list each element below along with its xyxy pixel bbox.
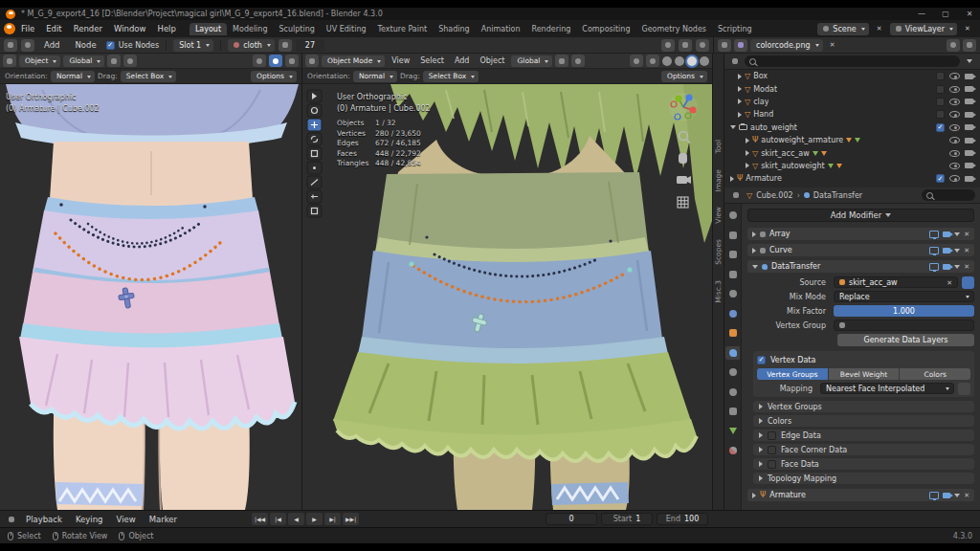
slot-selector[interactable]: Slot 1 bbox=[173, 39, 213, 52]
tab-view-layer[interactable] bbox=[725, 268, 740, 281]
outliner-row-collection[interactable]: auto_weight bbox=[724, 121, 980, 134]
hide-icon[interactable] bbox=[949, 137, 960, 143]
show-gizmo-icon[interactable] bbox=[253, 55, 266, 67]
mapping-dropdown[interactable]: Nearest Face Interpolated bbox=[820, 383, 954, 394]
outliner-row[interactable]: autoweight_armature bbox=[724, 134, 980, 146]
workspace-tab-uv-editing[interactable]: UV Editing bbox=[321, 23, 372, 35]
material-selector[interactable]: cloth bbox=[228, 39, 275, 52]
collapse-icon[interactable] bbox=[752, 265, 758, 269]
expand-icon[interactable] bbox=[752, 493, 756, 498]
render-visibility-icon[interactable] bbox=[965, 86, 973, 92]
frame-start-field[interactable]: Start 1 bbox=[601, 513, 653, 525]
hide-icon[interactable] bbox=[949, 99, 960, 105]
expand-icon[interactable] bbox=[746, 150, 749, 156]
tab-physics[interactable] bbox=[725, 386, 740, 399]
display-mode-icon[interactable] bbox=[728, 55, 742, 68]
delete-modifier-icon[interactable] bbox=[964, 246, 969, 254]
expand-icon[interactable] bbox=[746, 163, 749, 168]
expand-icon[interactable] bbox=[738, 99, 742, 104]
render-visibility-icon[interactable] bbox=[965, 150, 973, 156]
tab-tool[interactable] bbox=[725, 209, 740, 222]
properties-search-input[interactable] bbox=[936, 191, 970, 200]
viewlayer-selector[interactable]: ViewLayer bbox=[890, 23, 957, 35]
show-overlays-icon[interactable] bbox=[646, 55, 659, 67]
blender-menu-icon[interactable] bbox=[4, 23, 15, 34]
timeline-editor-icon[interactable] bbox=[5, 513, 18, 525]
section-face-data[interactable]: Face Data bbox=[753, 458, 974, 470]
shading-rendered-icon[interactable] bbox=[700, 56, 709, 66]
workspace-tab-shading[interactable]: Shading bbox=[433, 23, 476, 35]
outliner-row[interactable]: skirt_autoweight bbox=[724, 160, 980, 172]
exclude-checkbox[interactable] bbox=[936, 110, 945, 119]
modifier-name[interactable]: Array bbox=[769, 230, 791, 238]
face-corner-data-checkbox[interactable] bbox=[768, 446, 776, 454]
sidebar-tab-misc[interactable]: Misc.3 bbox=[714, 280, 723, 303]
menu-window[interactable]: Window bbox=[108, 24, 152, 33]
render-display-icon[interactable] bbox=[943, 493, 950, 498]
shading-material-icon[interactable] bbox=[687, 56, 697, 66]
workspace-tab-scripting[interactable]: Scripting bbox=[712, 23, 758, 35]
expand-icon[interactable] bbox=[738, 74, 742, 79]
expand-icon[interactable] bbox=[738, 86, 742, 92]
proportional-edit-icon[interactable] bbox=[571, 55, 585, 67]
render-visibility-icon[interactable] bbox=[965, 163, 973, 168]
tab-object-data[interactable] bbox=[725, 425, 740, 438]
workspace-tab-rendering[interactable]: Rendering bbox=[525, 23, 576, 35]
tab-modifiers[interactable] bbox=[725, 346, 740, 360]
tab-colors[interactable]: Colors bbox=[900, 368, 970, 380]
snap-magnet-icon[interactable] bbox=[107, 55, 121, 67]
tab-bevel-weight[interactable]: Bevel Weight bbox=[829, 368, 900, 380]
overlay-toggle-icon[interactable] bbox=[696, 39, 709, 52]
render-display-icon[interactable] bbox=[943, 248, 950, 253]
proportional-edit-icon[interactable] bbox=[123, 55, 137, 67]
menu-help[interactable]: Help bbox=[151, 24, 181, 33]
outliner-row[interactable]: Armature bbox=[724, 172, 980, 185]
play-button[interactable] bbox=[306, 513, 323, 525]
tab-scene[interactable] bbox=[725, 287, 740, 300]
exclude-checkbox[interactable] bbox=[936, 98, 945, 106]
hide-icon[interactable] bbox=[949, 111, 960, 118]
tab-particles[interactable] bbox=[725, 365, 740, 379]
render-display-icon[interactable] bbox=[943, 264, 950, 270]
expand-icon[interactable] bbox=[752, 248, 756, 253]
scene-selector[interactable]: Scene bbox=[817, 23, 868, 35]
section-vertex-groups[interactable]: Vertex Groups bbox=[753, 401, 974, 412]
sidebar-tab-view[interactable]: View bbox=[714, 207, 723, 224]
minimize-button[interactable] bbox=[917, 10, 926, 18]
workspace-tab-geometry-nodes[interactable]: Geometry Nodes bbox=[636, 23, 712, 35]
outliner-search[interactable] bbox=[745, 55, 960, 67]
shading-solid-icon[interactable] bbox=[675, 56, 684, 66]
modifier-name[interactable]: DataTransfer bbox=[771, 262, 820, 271]
show-gizmo-icon[interactable] bbox=[630, 55, 643, 67]
frame-end-field[interactable]: End 100 bbox=[657, 513, 708, 525]
outliner-row[interactable]: Modat bbox=[724, 82, 980, 95]
generate-data-layers-button[interactable]: Generate Data Layers bbox=[837, 334, 974, 346]
modifier-name[interactable]: Curve bbox=[769, 246, 792, 254]
exclude-checkbox[interactable] bbox=[936, 123, 945, 132]
tab-world[interactable] bbox=[725, 307, 740, 320]
fake-user-shield-icon[interactable] bbox=[278, 39, 292, 52]
modifier-array-header[interactable]: Array bbox=[747, 228, 974, 240]
mapping-extra-icon[interactable] bbox=[958, 383, 970, 395]
xray-toggle-icon[interactable] bbox=[285, 55, 299, 67]
menu-marker[interactable]: Marker bbox=[144, 515, 183, 524]
sidebar-tab-image[interactable]: Image bbox=[714, 169, 723, 192]
workspace-tab-texture-paint[interactable]: Texture Paint bbox=[372, 23, 434, 35]
menu-file[interactable]: File bbox=[15, 24, 40, 33]
exclude-checkbox[interactable] bbox=[936, 174, 945, 183]
modifier-curve-header[interactable]: Curve bbox=[747, 244, 974, 256]
render-visibility-icon[interactable] bbox=[965, 138, 973, 143]
mode-dropdown[interactable]: Object bbox=[19, 55, 60, 67]
breadcrumb-object[interactable]: Cube.002 bbox=[756, 191, 792, 200]
previous-keyframe-button[interactable] bbox=[270, 513, 286, 525]
breadcrumb-modifier[interactable]: DataTransfer bbox=[813, 191, 862, 200]
filter-icon[interactable] bbox=[963, 55, 976, 68]
properties-search[interactable] bbox=[922, 189, 975, 201]
render-visibility-icon[interactable] bbox=[965, 99, 973, 104]
shader-type-icon[interactable] bbox=[21, 39, 34, 52]
workspace-tab-layout[interactable]: Layout bbox=[189, 23, 227, 35]
hide-icon[interactable] bbox=[949, 150, 960, 157]
expand-icon[interactable] bbox=[730, 176, 734, 182]
snapping-icon[interactable] bbox=[679, 39, 692, 52]
hide-icon[interactable] bbox=[949, 175, 960, 182]
